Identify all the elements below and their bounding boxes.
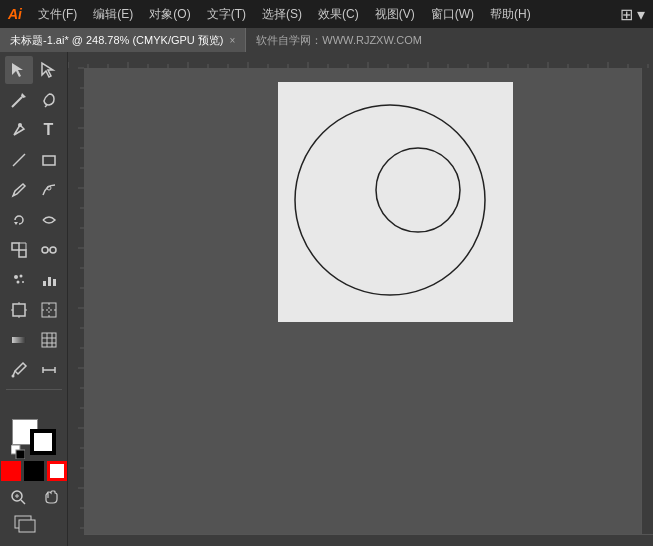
rectangle-tool-button[interactable] [35, 146, 63, 174]
svg-rect-83 [68, 68, 84, 546]
stroke-fill-area [9, 415, 59, 459]
tool-row-9 [0, 296, 67, 324]
smooth-tool-button[interactable] [35, 176, 63, 204]
svg-marker-0 [12, 63, 23, 77]
tab-label: 未标题-1.ai* @ 248.78% (CMYK/GPU 预览) [10, 33, 224, 48]
website-label: 软件自学网：WWW.RJZXW.COM [256, 33, 422, 48]
svg-rect-7 [43, 156, 55, 165]
horizontal-ruler [68, 52, 653, 68]
menu-type[interactable]: 文字(T) [199, 0, 254, 28]
toolbar: T [0, 52, 68, 546]
svg-rect-51 [19, 520, 35, 532]
zoom-tool-button[interactable] [4, 485, 32, 509]
view-tools-row [4, 485, 64, 509]
pencil-tool-button[interactable] [5, 176, 33, 204]
measure-tool-button[interactable] [35, 356, 63, 384]
svg-rect-45 [16, 450, 25, 459]
main-layout: T [0, 52, 653, 546]
scale-tool-button[interactable] [5, 236, 33, 264]
title-bar: Ai 文件(F) 编辑(E) 对象(O) 文字(T) 选择(S) 效果(C) 视… [0, 0, 653, 28]
svg-rect-33 [12, 337, 26, 343]
svg-line-4 [45, 105, 47, 107]
svg-point-18 [14, 275, 18, 279]
tool-row-2 [0, 86, 67, 114]
svg-rect-25 [13, 304, 25, 316]
svg-point-16 [50, 247, 56, 253]
tool-row-6 [0, 206, 67, 234]
lasso-tool-button[interactable] [35, 86, 63, 114]
selection-tool-button[interactable] [5, 56, 33, 84]
menu-file[interactable]: 文件(F) [30, 0, 85, 28]
tool-row-8 [0, 266, 67, 294]
type-tool-button[interactable]: T [35, 116, 63, 144]
graph-tool-button[interactable] [35, 266, 63, 294]
svg-rect-34 [42, 333, 56, 347]
svg-point-108 [295, 105, 485, 295]
grid-icon[interactable]: ⊞ ▾ [620, 5, 645, 24]
rotate-tool-button[interactable] [5, 206, 33, 234]
svg-point-20 [16, 281, 19, 284]
tab-bar: 未标题-1.ai* @ 248.78% (CMYK/GPU 预览) × 软件自学… [0, 28, 653, 52]
canvas-area [68, 52, 653, 546]
slice-tool-button[interactable] [35, 296, 63, 324]
pen-tool-button[interactable] [5, 116, 33, 144]
menu-select[interactable]: 选择(S) [254, 0, 310, 28]
menu-view[interactable]: 视图(V) [367, 0, 423, 28]
active-tab[interactable]: 未标题-1.ai* @ 248.78% (CMYK/GPU 预览) × [0, 28, 246, 52]
line-tool-button[interactable] [5, 146, 33, 174]
symbol-sprayer-button[interactable] [5, 266, 33, 294]
svg-point-21 [22, 281, 24, 283]
menu-effect[interactable]: 效果(C) [310, 0, 367, 28]
tool-row-5 [0, 176, 67, 204]
svg-rect-30 [42, 303, 56, 317]
color-swatch-row [1, 461, 67, 481]
hand-tool-button[interactable] [36, 485, 64, 509]
menu-bar: 文件(F) 编辑(E) 对象(O) 文字(T) 选择(S) 效果(C) 视图(V… [30, 0, 645, 28]
direct-selection-tool-button[interactable] [35, 56, 63, 84]
blend-tool-button[interactable] [35, 236, 63, 264]
svg-rect-23 [48, 277, 51, 286]
svg-line-47 [21, 500, 25, 504]
eyedropper-button[interactable] [5, 356, 33, 384]
mesh-tool-button[interactable] [35, 326, 63, 354]
tool-row-7 [0, 236, 67, 264]
svg-point-19 [19, 275, 22, 278]
horizontal-scrollbar[interactable] [84, 534, 653, 546]
vertical-scrollbar[interactable] [641, 68, 653, 534]
menu-object[interactable]: 对象(O) [141, 0, 198, 28]
artboard [278, 82, 513, 322]
stroke-swatch[interactable] [30, 429, 56, 455]
svg-rect-12 [19, 250, 26, 257]
black-swatch[interactable] [24, 461, 44, 481]
gradient-tool-button[interactable] [5, 326, 33, 354]
red-swatch[interactable] [1, 461, 21, 481]
svg-rect-24 [53, 279, 56, 286]
svg-rect-22 [43, 281, 46, 286]
website-tab: 软件自学网：WWW.RJZXW.COM [246, 28, 432, 52]
tab-close-button[interactable]: × [230, 35, 236, 46]
svg-marker-10 [14, 222, 18, 225]
tool-row-1 [0, 56, 67, 84]
artboard-tool-button[interactable] [5, 296, 33, 324]
svg-line-2 [12, 97, 22, 107]
app-logo: Ai [8, 6, 22, 22]
magic-wand-button[interactable] [5, 86, 33, 114]
svg-point-40 [11, 375, 14, 378]
svg-rect-52 [68, 52, 653, 68]
menu-help[interactable]: 帮助(H) [482, 0, 539, 28]
vertical-ruler [68, 68, 84, 546]
warp-tool-button[interactable] [35, 206, 63, 234]
svg-marker-1 [42, 63, 53, 77]
color-area [0, 411, 71, 542]
tool-row-10 [0, 326, 67, 354]
svg-point-5 [18, 123, 22, 127]
svg-line-6 [13, 154, 25, 166]
svg-point-109 [376, 148, 460, 232]
reset-colors-button[interactable] [11, 445, 25, 459]
svg-point-15 [42, 247, 48, 253]
menu-edit[interactable]: 编辑(E) [85, 0, 141, 28]
screens-button[interactable] [14, 515, 54, 538]
red-stroke-swatch[interactable] [47, 461, 67, 481]
artwork-svg [278, 82, 513, 322]
menu-window[interactable]: 窗口(W) [423, 0, 482, 28]
